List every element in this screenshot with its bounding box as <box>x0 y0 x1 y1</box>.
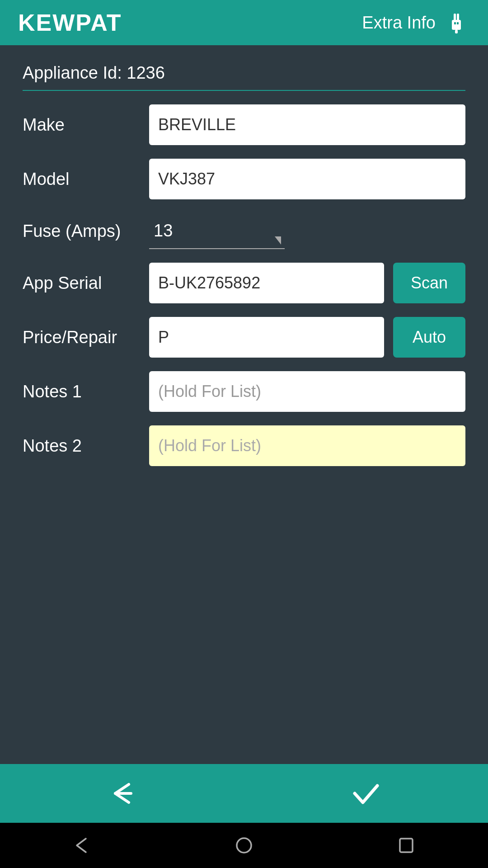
fuse-row: Fuse (Amps) 3 5 10 13 <box>23 213 465 249</box>
app-header: KEWPAT Extra Info <box>0 0 488 45</box>
main-content: Appliance Id: 1236 Make Model Fuse (Amps… <box>0 45 488 764</box>
svg-point-7 <box>237 838 251 853</box>
appliance-id-row: Appliance Id: 1236 <box>23 63 465 91</box>
make-input[interactable] <box>149 104 465 145</box>
auto-button[interactable]: Auto <box>393 317 465 358</box>
fuse-label: Fuse (Amps) <box>23 222 149 241</box>
app-serial-label: App Serial <box>23 274 149 293</box>
check-icon <box>350 778 382 809</box>
app-serial-input[interactable] <box>149 263 384 303</box>
android-recent-icon <box>395 834 418 857</box>
confirm-button[interactable] <box>350 778 382 809</box>
android-back-button[interactable] <box>70 834 93 857</box>
extra-info-label: Extra Info <box>362 13 436 33</box>
svg-rect-2 <box>457 14 459 21</box>
price-repair-input[interactable] <box>149 317 384 358</box>
svg-rect-5 <box>457 22 459 24</box>
android-back-icon <box>70 834 93 857</box>
price-repair-row: Price/Repair Auto <box>23 317 465 358</box>
plug-icon <box>443 7 470 38</box>
model-label: Model <box>23 170 149 189</box>
notes1-label: Notes 1 <box>23 382 149 401</box>
notes2-row: Notes 2 <box>23 425 465 466</box>
notes1-row: Notes 1 <box>23 371 465 412</box>
android-home-icon <box>233 834 255 857</box>
model-row: Model <box>23 159 465 199</box>
android-recent-button[interactable] <box>395 834 418 857</box>
notes2-input[interactable] <box>149 425 465 466</box>
price-repair-input-group: Auto <box>149 317 465 358</box>
android-home-button[interactable] <box>233 834 255 857</box>
make-label: Make <box>23 115 149 135</box>
bottom-nav-bar <box>0 764 488 823</box>
svg-rect-3 <box>455 30 458 33</box>
fuse-select[interactable]: 3 5 10 13 <box>149 213 285 249</box>
price-repair-label: Price/Repair <box>23 328 149 347</box>
app-serial-input-group: Scan <box>149 263 465 303</box>
make-row: Make <box>23 104 465 145</box>
app-logo: KEWPAT <box>18 9 122 36</box>
fuse-select-wrapper: 3 5 10 13 <box>149 213 285 249</box>
appliance-id-text: Appliance Id: 1236 <box>23 63 465 91</box>
notes2-label: Notes 2 <box>23 436 149 456</box>
svg-rect-0 <box>452 20 461 30</box>
svg-rect-8 <box>400 839 413 852</box>
scan-button[interactable]: Scan <box>393 263 465 303</box>
svg-rect-1 <box>454 14 456 21</box>
model-input[interactable] <box>149 159 465 199</box>
svg-rect-4 <box>454 22 456 24</box>
back-button[interactable] <box>106 778 138 809</box>
android-nav-bar <box>0 823 488 868</box>
extra-info-button[interactable]: Extra Info <box>362 7 470 38</box>
back-icon <box>106 778 138 809</box>
app-serial-row: App Serial Scan <box>23 263 465 303</box>
notes1-input[interactable] <box>149 371 465 412</box>
